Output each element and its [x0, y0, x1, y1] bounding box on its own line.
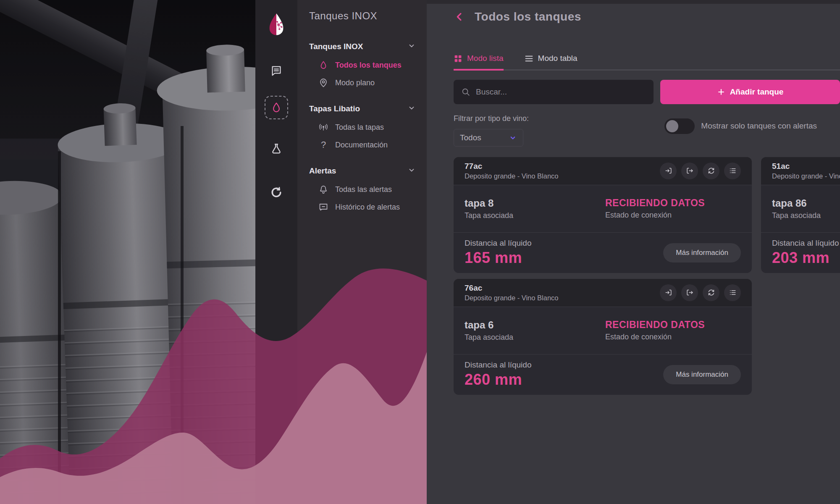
sidebar-item-label: Histórico de alertas [335, 203, 400, 212]
main-header: Todos los tanques [454, 8, 840, 25]
tank-card-middle: tapa 6 Tapa asociada RECIBIENDO DATOS Es… [454, 307, 752, 354]
tapa-label: Tapa asociada [465, 211, 605, 220]
tapa-label: Tapa asociada [465, 333, 605, 342]
add-tank-button[interactable]: Añadir tanque [660, 80, 840, 104]
list-menu-icon [729, 167, 737, 175]
distance-value: 260 mm [465, 371, 531, 388]
connection-status-label: Estado de conexión [605, 211, 705, 220]
tapa-name: tapa 8 [465, 197, 605, 209]
tab-label: Modo lista [467, 54, 504, 63]
nav-section-alertas[interactable]: Alertas [297, 165, 427, 177]
tank-menu-button[interactable] [724, 163, 741, 179]
app-window: Tanques INOX Tanques INOX Todos los tanq… [0, 0, 840, 504]
question-icon: ? [318, 139, 328, 150]
chevron-down-icon [509, 134, 517, 142]
sidebar-item-label: Documentación [335, 141, 388, 150]
sidebar-item-label: Todos los tanques [335, 61, 402, 70]
nav-section-label: Alertas [309, 166, 336, 176]
tank-card-footer: Distancia al líquido 203 mm [761, 233, 840, 273]
refresh-icon[interactable] [265, 181, 288, 204]
toggle-knob [666, 120, 678, 132]
filter-row: Filtrar por tipo de vino: Todos Mostrar … [454, 114, 840, 147]
tank-card: 51ac Deposito grande - Vino Blanco [761, 157, 840, 273]
sidebar-item-todos-los-tanques[interactable]: Todos los tanques [297, 56, 427, 74]
tank-id: 51ac [772, 162, 840, 171]
tapa-label: Tapa asociada [772, 211, 840, 220]
view-mode-tabs: Modo lista Modo tabla [454, 54, 840, 71]
map-pin-icon [318, 78, 328, 88]
nav-section-tapas-libatio[interactable]: Tapas Libatio [297, 102, 427, 115]
connection-status: RECIBIENDO DATOS [605, 197, 705, 209]
nav-section-label: Tapas Libatio [309, 104, 360, 113]
log-out-icon [686, 289, 694, 297]
page-title: Todos los tanques [475, 10, 581, 24]
list-menu-icon [729, 289, 737, 297]
tab-modo-lista[interactable]: Modo lista [454, 54, 504, 71]
flask-icon[interactable] [265, 137, 288, 160]
search-input[interactable] [476, 87, 646, 97]
sidebar-item-todas-las-alertas[interactable]: Todas las alertas [297, 181, 427, 198]
message-icon [318, 202, 328, 212]
alerts-toggle-group: Mostrar solo tanques con alertas [664, 118, 817, 134]
exit-tank-button[interactable] [681, 163, 698, 179]
search-row: Añadir tanque [454, 80, 840, 104]
exit-tank-button[interactable] [681, 284, 698, 301]
sidebar-item-historico-de-alertas[interactable]: Histórico de alertas [297, 198, 427, 216]
top-strip [427, 0, 840, 4]
log-in-icon [664, 289, 672, 297]
sync-tank-button[interactable] [703, 163, 719, 179]
wine-filter: Filtrar por tipo de vino: Todos [454, 114, 529, 147]
bell-icon [318, 184, 328, 194]
chevron-down-icon [407, 166, 416, 176]
distance-label: Distancia al líquido [772, 239, 839, 248]
tapa-name: tapa 86 [772, 197, 840, 209]
tank-card-header: 77ac Deposito grande - Vino Blanco [454, 157, 752, 185]
nav-section-label: Tanques INOX [309, 42, 363, 51]
plus-icon [717, 88, 725, 96]
tank-id: 76ac [465, 284, 559, 293]
sync-icon [707, 289, 715, 297]
sidebar-nav: Tanques INOX Todos los tanques Modo plan… [297, 40, 427, 216]
tank-card-actions [660, 284, 741, 301]
sidebar-item-label: Modo plano [335, 79, 375, 87]
libatio-drop-logo [267, 13, 286, 39]
log-in-icon [664, 167, 672, 175]
sync-tank-button[interactable] [703, 284, 719, 301]
tank-card-header: 76ac Deposito grande - Vino Blanco [454, 279, 752, 307]
connection-status: RECIBIENDO DATOS [605, 319, 705, 331]
tank-card-footer: Distancia al líquido 260 mm Más informac… [454, 354, 752, 395]
nav-section-tanques-inox[interactable]: Tanques INOX [297, 40, 427, 53]
alerts-only-toggle[interactable] [664, 118, 695, 134]
tank-subtitle: Deposito grande - Vino Blanco [465, 172, 559, 180]
tapa-name: tapa 6 [465, 319, 605, 331]
sidebar-app-title: Tanques INOX [309, 10, 427, 22]
tab-modo-tabla[interactable]: Modo tabla [525, 54, 578, 69]
rows-icon [525, 54, 533, 63]
drop-icon[interactable] [265, 96, 288, 119]
more-info-button[interactable]: Más información [663, 243, 741, 262]
distance-value: 203 mm [772, 249, 839, 267]
back-icon[interactable] [454, 11, 465, 23]
sidebar-item-todas-la-tapas[interactable]: Todas la tapas [297, 118, 427, 136]
enter-tank-button[interactable] [660, 284, 677, 301]
antenna-icon [318, 122, 328, 132]
sidebar: Tanques INOX Tanques INOX Todos los tanq… [297, 0, 427, 504]
search-box [454, 80, 654, 104]
alerts-toggle-label: Mostrar solo tanques con alertas [701, 121, 817, 131]
distance-label: Distancia al líquido [465, 239, 531, 248]
chevron-down-icon [407, 42, 416, 52]
more-info-button[interactable]: Más información [663, 365, 741, 384]
chat-icon[interactable] [265, 59, 288, 82]
sidebar-item-documentacion[interactable]: ? Documentación [297, 136, 427, 154]
sidebar-item-modo-plano[interactable]: Modo plano [297, 74, 427, 92]
drop-icon [318, 60, 328, 70]
tank-menu-button[interactable] [724, 284, 741, 301]
enter-tank-button[interactable] [660, 163, 677, 179]
sync-icon [707, 167, 715, 175]
main-content: Todos los tanques Modo lista Modo tabla [427, 0, 840, 504]
connection-status-label: Estado de conexión [605, 333, 705, 341]
tank-card-actions [660, 163, 741, 179]
log-out-icon [686, 167, 694, 175]
tank-subtitle: Deposito grande - Vino Blanco [772, 172, 840, 180]
wine-type-select[interactable]: Todos [454, 129, 523, 147]
